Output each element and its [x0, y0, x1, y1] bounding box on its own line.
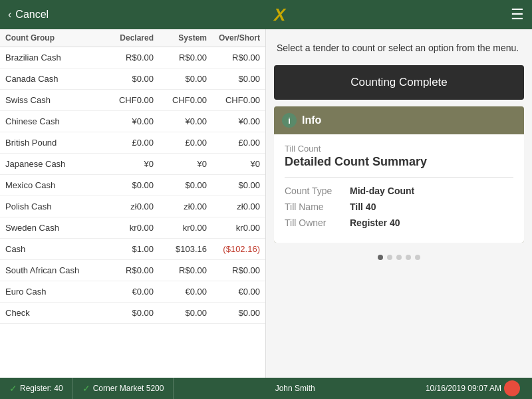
row-declared: R$0.00 [100, 53, 154, 63]
row-system: kr0.00 [154, 223, 207, 233]
till-owner-label: Till Owner [285, 217, 344, 228]
row-system: zł0.00 [154, 201, 207, 211]
table-row[interactable]: British Pound£0.00£0.00£0.00 [0, 132, 265, 154]
row-group: South African Cash [5, 265, 100, 275]
pagination-dot[interactable] [378, 255, 383, 260]
table-row[interactable]: Mexico Cash$0.00$0.00$0.00 [0, 175, 265, 196]
row-over-short: ($102.16) [207, 244, 260, 254]
row-declared: $0.00 [100, 180, 154, 190]
table-row[interactable]: Swiss CashCHF0.00CHF0.00CHF0.00 [0, 90, 265, 111]
row-over-short: R$0.00 [207, 53, 260, 63]
table-row[interactable]: Sweden Cashkr0.00kr0.00kr0.00 [0, 217, 265, 239]
store-status: ✓ Corner Market 5200 [73, 378, 174, 399]
right-panel: Select a tender to count or select an op… [266, 29, 532, 378]
row-group: British Pound [5, 138, 100, 148]
table-row[interactable]: Cash$1.00$103.16($102.16) [0, 239, 265, 260]
info-body: Till Count Detailed Count Summary Count … [274, 134, 524, 243]
info-divider [285, 177, 513, 178]
till-count-title: Detailed Count Summary [285, 155, 513, 169]
row-group: Brazilian Cash [5, 53, 100, 63]
till-owner-row: Till Owner Register 40 [285, 217, 513, 228]
table-body: Brazilian CashR$0.00R$0.00R$0.00Canada C… [0, 47, 265, 378]
col-over-short: Over/Short [207, 33, 260, 43]
row-system: CHF0.00 [154, 95, 207, 105]
pagination-dot[interactable] [387, 255, 392, 260]
till-owner-value: Register 40 [350, 217, 400, 228]
table-row[interactable]: South African CashR$0.00R$0.00R$0.00 [0, 260, 265, 281]
row-group: Euro Cash [5, 287, 100, 297]
back-arrow-icon: ‹ [8, 9, 11, 21]
row-over-short: ¥0.00 [207, 116, 260, 126]
table-row[interactable]: Canada Cash$0.00$0.00$0.00 [0, 68, 265, 90]
row-group: Cash [5, 244, 100, 254]
row-group: Mexico Cash [5, 180, 100, 190]
table-row[interactable]: Check$0.00$0.00$0.00 [0, 303, 265, 324]
row-declared: ¥0 [100, 159, 154, 169]
pagination-dots [274, 249, 524, 265]
row-declared: $0.00 [100, 308, 154, 318]
info-section: i Info Till Count Detailed Count Summary… [274, 106, 524, 243]
till-name-value: Till 40 [350, 201, 376, 212]
row-system: R$0.00 [154, 265, 207, 275]
left-panel: Count Group Declared System Over/Short B… [0, 29, 266, 378]
row-group: Canada Cash [5, 74, 100, 84]
table-row[interactable]: Japanese Cash¥0¥0¥0 [0, 154, 265, 175]
store-check-icon: ✓ [82, 383, 90, 394]
table-row[interactable]: Polish Cashzł0.00zł0.00zł0.00 [0, 196, 265, 217]
till-count-label: Till Count [285, 144, 513, 154]
row-declared: £0.00 [100, 138, 154, 148]
row-declared: zł0.00 [100, 201, 154, 211]
row-system: ¥0 [154, 159, 207, 169]
register-label: Register: 40 [20, 384, 63, 393]
pagination-dot[interactable] [415, 255, 420, 260]
row-group: Sweden Cash [5, 223, 100, 233]
table-row[interactable]: Chinese Cash¥0.00¥0.00¥0.00 [0, 111, 265, 132]
bottom-status-bar: ✓ Register: 40 ✓ Corner Market 5200 John… [0, 378, 532, 399]
row-declared: $0.00 [100, 74, 154, 84]
till-name-row: Till Name Till 40 [285, 201, 513, 212]
row-over-short: $0.00 [207, 74, 260, 84]
pagination-dot[interactable] [406, 255, 411, 260]
cancel-button[interactable]: ‹ Cancel [8, 9, 49, 21]
store-label: Corner Market 5200 [93, 384, 164, 393]
row-system: $0.00 [154, 74, 207, 84]
row-group: Japanese Cash [5, 159, 100, 169]
row-over-short: ¥0 [207, 159, 260, 169]
row-over-short: kr0.00 [207, 223, 260, 233]
row-over-short: $0.00 [207, 180, 260, 190]
row-over-short: €0.00 [207, 287, 260, 297]
row-group: Check [5, 308, 100, 318]
count-type-value: Mid-day Count [350, 186, 414, 196]
info-icon: i [282, 113, 297, 128]
row-system: ¥0.00 [154, 116, 207, 126]
datetime-label: 10/16/2019 09:07 AM [426, 384, 501, 393]
top-nav-bar: ‹ Cancel X ☰ [0, 0, 532, 29]
user-label: John Smith [174, 384, 416, 393]
table-row[interactable]: Brazilian CashR$0.00R$0.00R$0.00 [0, 47, 265, 68]
row-declared: $1.00 [100, 244, 154, 254]
app-logo: X [274, 5, 285, 25]
instruction-text: Select a tender to count or select an op… [274, 37, 524, 59]
info-label: Info [302, 114, 321, 126]
table-header: Count Group Declared System Over/Short [0, 29, 265, 47]
row-declared: CHF0.00 [100, 95, 154, 105]
cancel-label: Cancel [15, 9, 49, 21]
table-row[interactable]: Euro Cash€0.00€0.00€0.00 [0, 281, 265, 303]
row-system: $0.00 [154, 308, 207, 318]
row-over-short: £0.00 [207, 138, 260, 148]
datetime-status: 10/16/2019 09:07 AM [416, 378, 532, 399]
row-group: Polish Cash [5, 201, 100, 211]
menu-icon[interactable]: ☰ [511, 6, 524, 23]
row-system: $103.16 [154, 244, 207, 254]
pagination-dot[interactable] [396, 255, 402, 260]
register-status: ✓ Register: 40 [0, 378, 73, 399]
main-content: Count Group Declared System Over/Short B… [0, 29, 532, 378]
row-system: $0.00 [154, 180, 207, 190]
till-name-label: Till Name [285, 201, 344, 212]
row-declared: kr0.00 [100, 223, 154, 233]
row-group: Chinese Cash [5, 116, 100, 126]
row-group: Swiss Cash [5, 95, 100, 105]
row-system: €0.00 [154, 287, 207, 297]
info-header: i Info [274, 106, 524, 134]
counting-complete-button[interactable]: Counting Complete [274, 65, 524, 100]
